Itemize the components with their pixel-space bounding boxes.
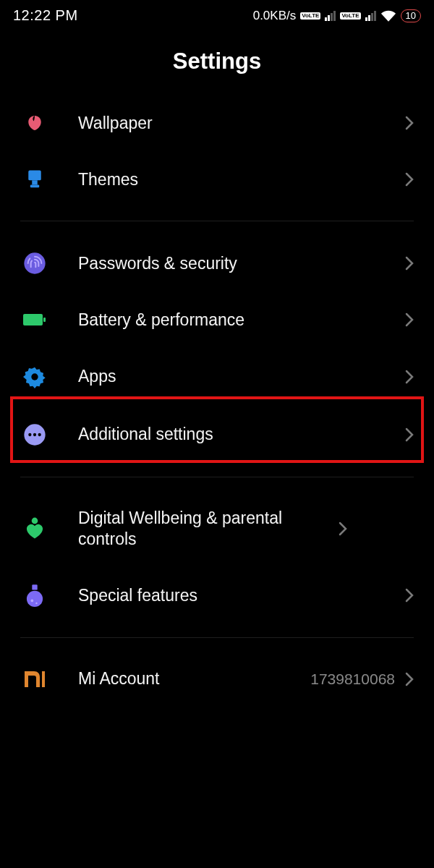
svg-point-13 bbox=[27, 591, 43, 607]
row-passwords-security[interactable]: Passwords & security bbox=[0, 234, 434, 292]
wifi-icon bbox=[380, 9, 396, 22]
chevron-right-icon bbox=[405, 256, 414, 271]
status-time: 12:22 PM bbox=[13, 7, 78, 24]
svg-point-8 bbox=[28, 433, 31, 436]
gear-icon bbox=[20, 365, 49, 388]
chevron-right-icon bbox=[405, 312, 414, 327]
wellbeing-icon bbox=[20, 517, 49, 540]
row-label: Battery & performance bbox=[78, 310, 405, 331]
svg-point-9 bbox=[33, 433, 36, 436]
row-themes[interactable]: Themes bbox=[0, 151, 434, 208]
row-label: Mi Account bbox=[78, 668, 310, 689]
net-speed: 0.0KB/s bbox=[253, 9, 297, 23]
row-value: 1739810068 bbox=[310, 671, 395, 688]
row-wallpaper[interactable]: Wallpaper bbox=[0, 95, 434, 151]
row-label: Digital Wellbeing & parental controls bbox=[78, 508, 339, 550]
row-additional-settings[interactable]: Additional settings bbox=[0, 406, 434, 464]
row-label: Wallpaper bbox=[78, 113, 405, 134]
signal-icon-2 bbox=[365, 11, 376, 21]
divider bbox=[20, 637, 414, 638]
svg-point-6 bbox=[31, 373, 38, 380]
svg-point-15 bbox=[35, 603, 37, 604]
row-label: Additional settings bbox=[78, 424, 405, 445]
chevron-right-icon bbox=[405, 427, 414, 442]
divider bbox=[20, 477, 414, 477]
battery-icon bbox=[20, 312, 49, 328]
svg-point-14 bbox=[30, 600, 33, 603]
row-label: Passwords & security bbox=[78, 253, 405, 274]
svg-rect-2 bbox=[30, 185, 40, 188]
chevron-right-icon bbox=[405, 116, 414, 130]
chevron-right-icon bbox=[405, 172, 414, 187]
row-digital-wellbeing[interactable]: Digital Wellbeing & parental controls bbox=[0, 490, 434, 567]
row-mi-account[interactable]: Mi Account 1739810068 bbox=[0, 651, 434, 707]
row-special-features[interactable]: Special features bbox=[0, 566, 434, 624]
row-label: Special features bbox=[78, 585, 405, 606]
chevron-right-icon bbox=[405, 370, 414, 384]
chevron-right-icon bbox=[405, 672, 414, 686]
flask-icon bbox=[20, 584, 49, 607]
volte-badge-2: VoLTE bbox=[340, 12, 360, 20]
row-label: Apps bbox=[78, 366, 405, 387]
wallpaper-icon bbox=[20, 112, 49, 134]
row-apps[interactable]: Apps bbox=[0, 348, 434, 406]
more-icon bbox=[20, 423, 49, 446]
svg-rect-0 bbox=[28, 171, 41, 181]
page-title: Settings bbox=[0, 48, 434, 75]
svg-rect-5 bbox=[43, 318, 46, 322]
volte-badge-1: VoLTE bbox=[300, 12, 320, 20]
svg-rect-1 bbox=[32, 180, 38, 184]
svg-rect-4 bbox=[23, 314, 43, 326]
battery-icon: 10 bbox=[401, 9, 421, 22]
mi-logo-icon bbox=[20, 670, 49, 689]
signal-icon-1 bbox=[325, 11, 336, 21]
chevron-right-icon bbox=[405, 588, 414, 603]
svg-rect-12 bbox=[32, 584, 37, 590]
status-right-cluster: 0.0KB/s VoLTE VoLTE 10 bbox=[253, 9, 421, 23]
themes-icon bbox=[20, 169, 49, 190]
chevron-right-icon bbox=[339, 522, 347, 536]
svg-point-10 bbox=[38, 433, 41, 436]
row-label: Themes bbox=[78, 169, 405, 190]
status-bar: 12:22 PM 0.0KB/s VoLTE VoLTE 10 bbox=[0, 0, 434, 28]
svg-point-11 bbox=[32, 517, 38, 524]
divider bbox=[20, 221, 414, 221]
row-battery-performance[interactable]: Battery & performance bbox=[0, 292, 434, 348]
fingerprint-icon bbox=[20, 252, 49, 275]
settings-list: Wallpaper Themes Passwords & security Ba… bbox=[0, 95, 434, 707]
